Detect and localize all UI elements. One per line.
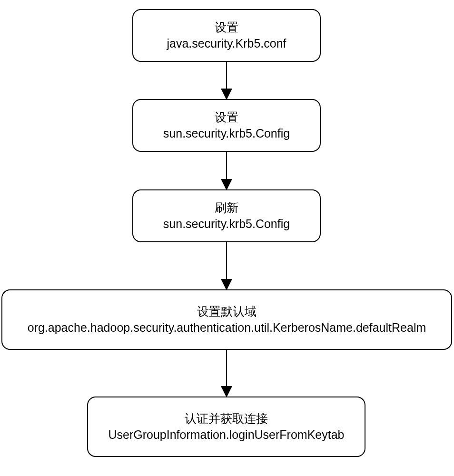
node-title: 认证并获取连接: [185, 411, 268, 427]
flowchart-canvas: 设置 java.security.Krb5.conf 设置 sun.securi…: [0, 0, 454, 476]
node-title: 刷新: [215, 200, 238, 216]
node-detail: sun.security.krb5.Config: [163, 216, 290, 232]
flow-node-login-user-keytab: 认证并获取连接 UserGroupInformation.loginUserFr…: [87, 397, 365, 457]
flow-node-set-sun-config: 设置 sun.security.krb5.Config: [132, 99, 321, 152]
flow-node-set-default-realm: 设置默认域 org.apache.hadoop.security.authent…: [1, 289, 452, 350]
node-detail: org.apache.hadoop.security.authenticatio…: [28, 320, 426, 336]
node-detail: java.security.Krb5.conf: [167, 36, 286, 52]
node-detail: sun.security.krb5.Config: [163, 126, 290, 142]
node-title: 设置: [215, 20, 238, 36]
flow-node-refresh-sun-config: 刷新 sun.security.krb5.Config: [132, 189, 321, 242]
node-title: 设置默认域: [197, 304, 257, 320]
node-detail: UserGroupInformation.loginUserFromKeytab: [108, 427, 344, 443]
flow-node-set-krb5-conf: 设置 java.security.Krb5.conf: [132, 9, 321, 62]
node-title: 设置: [215, 109, 238, 126]
